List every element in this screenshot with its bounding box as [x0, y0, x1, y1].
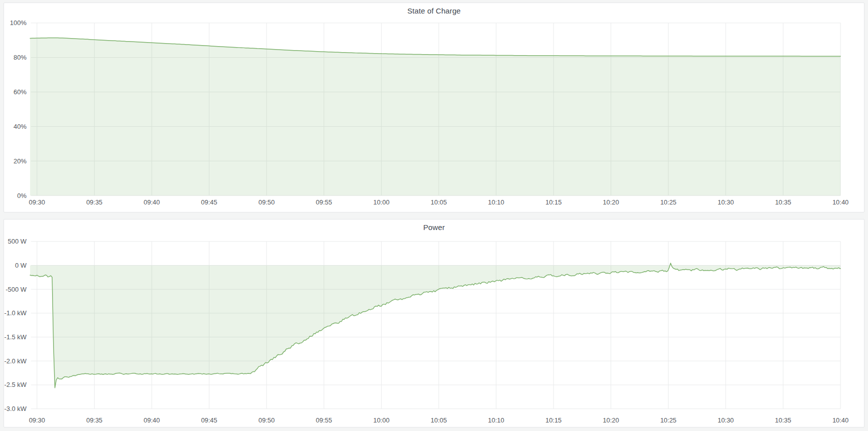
y-axis-tick-label: -1.5 kW — [4, 333, 27, 341]
x-axis-tick-label: 09:40 — [144, 198, 160, 206]
x-axis-tick-label: 10:10 — [488, 198, 504, 206]
x-axis-tick-label: 10:20 — [603, 198, 619, 206]
x-axis-tick-label: 10:25 — [660, 198, 676, 206]
x-axis-tick-label: 10:35 — [775, 198, 791, 206]
y-axis-tick-label: 500 W — [8, 238, 27, 245]
x-axis-tick-label: 10:15 — [545, 416, 561, 424]
x-axis-tick-label: 09:30 — [29, 416, 45, 424]
power-chart[interactable]: 500 W0 W-500 W-1.0 kW-1.5 kW-2.0 kW-2.5 … — [4, 220, 864, 427]
x-axis-tick-label: 10:40 — [832, 416, 848, 424]
x-axis-tick-label: 10:20 — [603, 416, 619, 424]
state-of-charge-chart[interactable]: 100%80%60%40%20%0%09:3009:3509:4009:4509… — [4, 3, 864, 212]
power-area — [30, 263, 840, 388]
x-axis-tick-label: 10:30 — [718, 198, 734, 206]
y-axis-tick-label: -3.0 kW — [4, 405, 27, 412]
x-axis-tick-label: 10:35 — [775, 416, 791, 424]
x-axis-tick-label: 10:10 — [488, 416, 504, 424]
x-axis-tick-label: 10:15 — [545, 198, 561, 206]
y-axis-tick-label: 20% — [14, 157, 27, 165]
x-axis-tick-label: 10:30 — [718, 416, 734, 424]
x-axis-tick-label: 09:35 — [86, 198, 102, 206]
y-axis-tick-label: 100% — [10, 19, 27, 27]
x-axis-tick-label: 10:05 — [431, 198, 447, 206]
x-axis-tick-label: 09:35 — [86, 416, 102, 424]
x-axis-tick-label: 10:00 — [373, 416, 389, 424]
x-axis-tick-label: 10:25 — [660, 416, 676, 424]
x-axis-tick-label: 09:55 — [316, 416, 332, 424]
x-axis-tick-label: 10:40 — [832, 198, 848, 206]
y-axis-tick-label: 0% — [17, 192, 27, 199]
y-axis-tick-label: 40% — [14, 123, 27, 130]
x-axis-tick-label: 09:55 — [316, 198, 332, 206]
y-axis-tick-label: -2.5 kW — [4, 381, 27, 388]
x-axis-tick-label: 09:40 — [144, 416, 160, 424]
x-axis-tick-label: 09:50 — [258, 416, 274, 424]
y-axis-tick-label: -500 W — [6, 286, 27, 293]
x-axis-tick-label: 09:45 — [201, 198, 217, 206]
y-axis-tick-label: 80% — [14, 54, 27, 61]
y-axis-tick-label: 60% — [14, 88, 27, 96]
y-axis-tick-label: -2.0 kW — [4, 357, 27, 365]
x-axis-tick-label: 09:30 — [29, 198, 45, 206]
x-axis-tick-label: 09:45 — [201, 416, 217, 424]
panel-power: Power 500 W0 W-500 W-1.0 kW-1.5 kW-2.0 k… — [4, 219, 864, 427]
x-axis-tick-label: 09:50 — [258, 198, 274, 206]
y-axis-tick-label: 0 W — [15, 262, 27, 269]
panel-state-of-charge: State of Charge 100%80%60%40%20%0%09:300… — [4, 3, 864, 212]
x-axis-tick-label: 10:05 — [431, 416, 447, 424]
x-axis-tick-label: 10:00 — [373, 198, 389, 206]
y-axis-tick-label: -1.0 kW — [4, 309, 27, 317]
state-of-charge-area — [30, 38, 840, 195]
